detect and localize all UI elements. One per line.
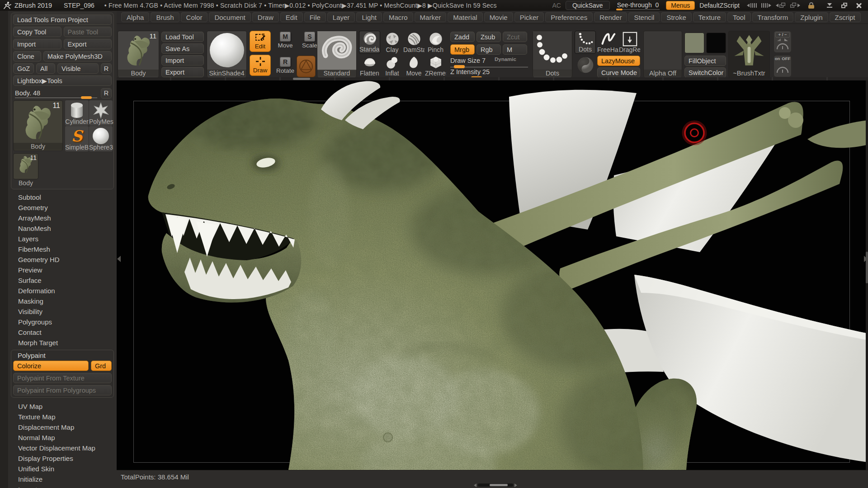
copy-tool-button[interactable]: Copy Tool [13,27,61,37]
menu-texture[interactable]: Texture [693,12,726,22]
pressure-dial-sculpt[interactable]: + / − [774,31,792,53]
menu-material[interactable]: Material [448,12,482,22]
scroll-left-icon[interactable] [747,3,757,8]
menu-stroke[interactable]: Stroke [661,12,691,22]
save-as-button[interactable]: Save As [161,43,204,54]
default-zscript-button[interactable]: DefaultZScript [699,2,740,9]
menu-brush[interactable]: Brush [151,12,179,22]
section-visibility[interactable]: Visibility [11,306,114,317]
next-window-icon[interactable] [790,3,800,8]
brush-pinch[interactable]: Pinch [425,31,446,54]
clone-button[interactable]: Clone [13,51,41,61]
alpha-thumbnail[interactable]: Alpha Off [643,31,682,78]
hscroll-track[interactable] [478,483,513,487]
lightbox-tools-button[interactable]: Lightbox▶Tools [13,75,112,86]
move-mode-button[interactable]: M Move [274,32,297,49]
menu-movie[interactable]: Movie [484,12,513,22]
current-brush-thumbnail[interactable]: Standard [317,31,357,78]
section-masking[interactable]: Masking [11,296,114,306]
load-tool-button[interactable]: Load Tool [161,32,204,42]
stroke-curve-icon-cell[interactable] [575,54,596,75]
recent-tool-thumbnail[interactable]: 11 [13,153,38,179]
export-tool-button[interactable]: Export [64,39,112,49]
menu-macro[interactable]: Macro [383,12,413,22]
menu-zplugin[interactable]: Zplugin [795,12,828,22]
main-color-swatch[interactable] [684,33,704,53]
menus-button[interactable]: Menus [666,1,695,10]
menu-stencil[interactable]: Stencil [628,12,660,22]
brush-clay[interactable]: Clay [382,31,403,54]
menu-file[interactable]: File [304,12,326,22]
menu-color[interactable]: Color [181,12,208,22]
secondary-color-swatch[interactable] [706,33,726,53]
menu-zscript[interactable]: Zscript [830,12,861,22]
zadd-button[interactable]: Zadd [450,32,475,42]
edit-mode-button[interactable]: Edit [250,31,271,52]
tool-simplebrush[interactable]: S SimpleB [65,126,89,151]
polypaint-header[interactable]: Polypaint [13,351,112,361]
brush-texture-thumbnail[interactable]: ~BrushTxtr [728,31,770,78]
current-tool-shelf-thumbnail[interactable]: 11 Body [118,31,159,78]
menu-alpha[interactable]: Alpha [121,12,149,22]
brush-flatten[interactable]: Flatten [359,54,380,77]
section-surface[interactable]: Surface [11,275,114,286]
section-import[interactable]: Import [11,484,114,488]
tool-slider[interactable]: Body. 48 R [13,88,112,99]
shelf-import-button[interactable]: Import [161,55,204,66]
switch-color-button[interactable]: SwitchColor [684,67,726,78]
section-texture-map[interactable]: Texture Map [11,412,114,422]
see-through-handle[interactable] [616,9,623,10]
document-canvas[interactable] [117,80,868,470]
m-button[interactable]: M [503,44,527,55]
mrgb-button[interactable]: Mrgb [450,44,475,55]
goz-button[interactable]: GoZ [13,63,34,74]
scroll-right-icon[interactable] [761,3,771,8]
section-initialize[interactable]: Initialize [11,474,114,484]
section-display-properties[interactable]: Display Properties [11,453,114,464]
current-color-well[interactable] [297,56,316,77]
hscroll-left-arrow[interactable] [474,483,476,487]
section-contact[interactable]: Contact [11,327,114,338]
vertical-scrollbar[interactable] [866,80,868,470]
make-polymesh3d-button[interactable]: Make PolyMesh3D [43,51,112,61]
tool-slider-handle[interactable] [81,96,92,99]
section-fibermesh[interactable]: FiberMesh [11,244,114,254]
tool-polymesh-star[interactable]: PolyMes [89,100,113,126]
tool-cylinder[interactable]: Cylinder [65,100,89,126]
brush-damstandard[interactable]: DamSta [403,31,425,54]
section-layers[interactable]: Layers [11,234,114,244]
shelf-scroll-handle[interactable] [293,78,310,80]
hscroll-right-arrow[interactable] [514,483,517,487]
section-displacement-map[interactable]: Displacement Map [11,422,114,432]
draw-mode-button[interactable]: Draw [250,55,271,76]
menu-marker[interactable]: Marker [415,12,447,22]
hscroll-handle[interactable] [490,484,508,486]
menu-tool[interactable]: Tool [727,12,751,22]
lock-icon[interactable] [808,2,814,9]
goz-r-button[interactable]: R [101,63,112,74]
goz-all-button[interactable]: All [36,63,55,74]
restore-button[interactable] [841,3,847,8]
section-morph-target[interactable]: Morph Target [11,338,114,348]
stroke-dots[interactable]: Dots [575,31,596,54]
shelf-export-button[interactable]: Export [161,67,204,77]
polypaint-from-polygroups-button[interactable]: Polypaint From Polygroups [13,385,112,395]
goz-visible-button[interactable]: Visible [57,63,99,74]
fill-object-button[interactable]: FillObject [684,56,726,66]
menu-render[interactable]: Render [594,12,627,22]
section-nanomesh[interactable]: NanoMesh [11,223,114,234]
pressure-dial-toggle[interactable]: onOFF [774,55,792,77]
menu-layer[interactable]: Layer [327,12,355,22]
current-tool-thumbnail[interactable]: 11 Body [13,100,63,151]
current-stroke-thumbnail[interactable]: Dots [533,31,572,78]
section-polygroups[interactable]: Polygroups [11,317,114,327]
section-geometry-hd[interactable]: Geometry HD [11,254,114,265]
colorize-button[interactable]: Colorize [13,361,89,371]
menu-preferences[interactable]: Preferences [545,12,593,22]
brush-move[interactable]: Move [403,54,425,77]
stroke-freehand[interactable]: FreeHar [597,31,618,54]
rotate-mode-button[interactable]: R Rotate [274,57,297,74]
section-deformation[interactable]: Deformation [11,286,114,296]
menu-document[interactable]: Document [209,12,250,22]
section-arraymesh[interactable]: ArrayMesh [11,213,114,223]
